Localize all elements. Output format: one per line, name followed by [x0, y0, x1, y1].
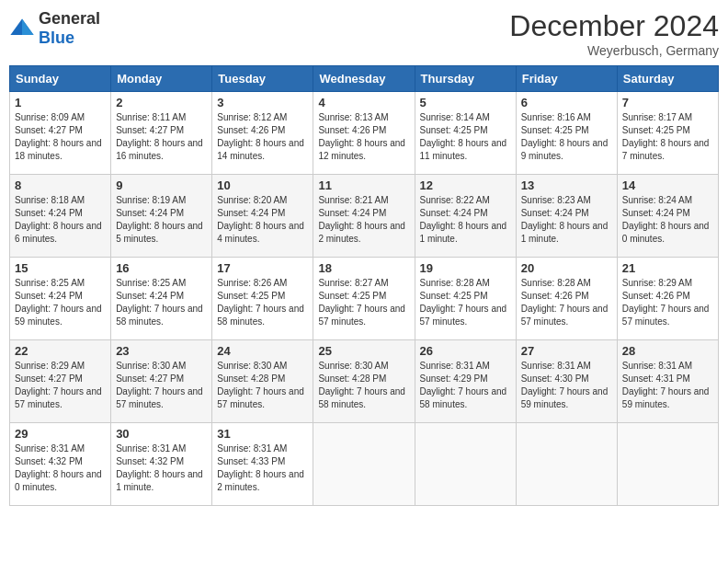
day-number: 6 [521, 96, 612, 109]
day-number: 15 [15, 261, 106, 275]
day-of-week-header: Thursday [415, 66, 516, 92]
title-area: December 2024 Weyerbusch, Germany [509, 9, 719, 58]
day-info: Sunrise: 8:21 AM Sunset: 4:24 PM Dayligh… [318, 194, 409, 246]
day-number: 20 [521, 261, 612, 275]
day-number: 25 [318, 344, 409, 358]
day-of-week-header: Friday [516, 66, 617, 92]
calendar-week-row: 15 Sunrise: 8:25 AM Sunset: 4:24 PM Dayl… [10, 258, 719, 340]
calendar-cell: 5 Sunrise: 8:14 AM Sunset: 4:25 PM Dayli… [415, 92, 516, 175]
day-of-week-header: Wednesday [313, 66, 415, 92]
day-number: 28 [622, 344, 713, 358]
calendar-week-row: 1 Sunrise: 8:09 AM Sunset: 4:27 PM Dayli… [10, 92, 719, 175]
calendar-cell: 12 Sunrise: 8:22 AM Sunset: 4:24 PM Dayl… [415, 175, 516, 258]
calendar-cell: 13 Sunrise: 8:23 AM Sunset: 4:24 PM Dayl… [516, 175, 617, 258]
logo: General Blue [9, 9, 100, 48]
day-number: 1 [15, 96, 106, 109]
calendar-cell: 18 Sunrise: 8:27 AM Sunset: 4:25 PM Dayl… [313, 258, 415, 340]
day-info: Sunrise: 8:16 AM Sunset: 4:25 PM Dayligh… [521, 111, 612, 163]
day-info: Sunrise: 8:19 AM Sunset: 4:24 PM Dayligh… [116, 194, 207, 246]
day-info: Sunrise: 8:30 AM Sunset: 4:28 PM Dayligh… [318, 360, 409, 411]
day-info: Sunrise: 8:28 AM Sunset: 4:26 PM Dayligh… [521, 277, 612, 328]
day-info: Sunrise: 8:27 AM Sunset: 4:25 PM Dayligh… [318, 277, 409, 328]
calendar-cell: 22 Sunrise: 8:29 AM Sunset: 4:27 PM Dayl… [10, 340, 111, 423]
svg-marker-1 [22, 19, 34, 36]
day-info: Sunrise: 8:09 AM Sunset: 4:27 PM Dayligh… [15, 111, 106, 163]
day-number: 22 [15, 344, 106, 358]
day-number: 2 [116, 96, 207, 109]
day-number: 29 [15, 427, 106, 441]
day-info: Sunrise: 8:25 AM Sunset: 4:24 PM Dayligh… [116, 277, 207, 328]
day-of-week-header: Tuesday [212, 66, 313, 92]
day-info: Sunrise: 8:31 AM Sunset: 4:33 PM Dayligh… [217, 442, 308, 494]
day-number: 12 [420, 178, 511, 192]
day-info: Sunrise: 8:31 AM Sunset: 4:29 PM Dayligh… [420, 360, 511, 411]
calendar-cell: 14 Sunrise: 8:24 AM Sunset: 4:24 PM Dayl… [617, 175, 718, 258]
day-number: 10 [217, 178, 308, 192]
calendar: SundayMondayTuesdayWednesdayThursdayFrid… [9, 65, 719, 506]
day-info: Sunrise: 8:17 AM Sunset: 4:25 PM Dayligh… [622, 111, 713, 163]
day-info: Sunrise: 8:31 AM Sunset: 4:30 PM Dayligh… [521, 360, 612, 411]
day-number: 13 [521, 178, 612, 192]
calendar-cell: 21 Sunrise: 8:29 AM Sunset: 4:26 PM Dayl… [617, 258, 718, 340]
header: General Blue December 2024 Weyerbusch, G… [9, 9, 719, 58]
calendar-cell: 8 Sunrise: 8:18 AM Sunset: 4:24 PM Dayli… [10, 175, 111, 258]
day-info: Sunrise: 8:26 AM Sunset: 4:25 PM Dayligh… [217, 277, 308, 328]
day-info: Sunrise: 8:30 AM Sunset: 4:28 PM Dayligh… [217, 360, 308, 411]
calendar-week-row: 22 Sunrise: 8:29 AM Sunset: 4:27 PM Dayl… [10, 340, 719, 423]
calendar-cell: 3 Sunrise: 8:12 AM Sunset: 4:26 PM Dayli… [212, 92, 313, 175]
day-number: 5 [420, 96, 511, 109]
calendar-cell: 9 Sunrise: 8:19 AM Sunset: 4:24 PM Dayli… [111, 175, 212, 258]
day-of-week-header: Sunday [10, 66, 111, 92]
day-info: Sunrise: 8:28 AM Sunset: 4:25 PM Dayligh… [420, 277, 511, 328]
calendar-cell: 24 Sunrise: 8:30 AM Sunset: 4:28 PM Dayl… [212, 340, 313, 423]
day-of-week-header: Saturday [617, 66, 718, 92]
day-number: 27 [521, 344, 612, 358]
day-info: Sunrise: 8:31 AM Sunset: 4:31 PM Dayligh… [622, 360, 713, 411]
calendar-cell: 17 Sunrise: 8:26 AM Sunset: 4:25 PM Dayl… [212, 258, 313, 340]
calendar-cell: 31 Sunrise: 8:31 AM Sunset: 4:33 PM Dayl… [212, 423, 313, 506]
calendar-cell [617, 423, 718, 506]
day-number: 3 [217, 96, 308, 109]
day-info: Sunrise: 8:22 AM Sunset: 4:24 PM Dayligh… [420, 194, 511, 246]
day-info: Sunrise: 8:29 AM Sunset: 4:26 PM Dayligh… [622, 277, 713, 328]
day-number: 17 [217, 261, 308, 275]
calendar-cell: 27 Sunrise: 8:31 AM Sunset: 4:30 PM Dayl… [516, 340, 617, 423]
calendar-cell: 11 Sunrise: 8:21 AM Sunset: 4:24 PM Dayl… [313, 175, 415, 258]
day-number: 16 [116, 261, 207, 275]
day-info: Sunrise: 8:20 AM Sunset: 4:24 PM Dayligh… [217, 194, 308, 246]
month-title: December 2024 [509, 9, 719, 43]
day-info: Sunrise: 8:13 AM Sunset: 4:26 PM Dayligh… [318, 111, 409, 163]
day-number: 9 [116, 178, 207, 192]
day-number: 8 [15, 178, 106, 192]
calendar-header-row: SundayMondayTuesdayWednesdayThursdayFrid… [10, 66, 719, 92]
day-info: Sunrise: 8:29 AM Sunset: 4:27 PM Dayligh… [15, 360, 106, 411]
calendar-cell: 28 Sunrise: 8:31 AM Sunset: 4:31 PM Dayl… [617, 340, 718, 423]
day-info: Sunrise: 8:31 AM Sunset: 4:32 PM Dayligh… [15, 442, 106, 494]
logo-text-blue: Blue [39, 29, 74, 47]
day-number: 4 [318, 96, 409, 109]
calendar-cell: 19 Sunrise: 8:28 AM Sunset: 4:25 PM Dayl… [415, 258, 516, 340]
location-title: Weyerbusch, Germany [509, 43, 719, 58]
calendar-cell [313, 423, 415, 506]
calendar-cell: 29 Sunrise: 8:31 AM Sunset: 4:32 PM Dayl… [10, 423, 111, 506]
logo-text-general: General [39, 9, 100, 28]
day-number: 18 [318, 261, 409, 275]
calendar-cell: 10 Sunrise: 8:20 AM Sunset: 4:24 PM Dayl… [212, 175, 313, 258]
day-number: 30 [116, 427, 207, 441]
day-of-week-header: Monday [111, 66, 212, 92]
day-number: 26 [420, 344, 511, 358]
day-number: 14 [622, 178, 713, 192]
day-info: Sunrise: 8:24 AM Sunset: 4:24 PM Dayligh… [622, 194, 713, 246]
day-info: Sunrise: 8:18 AM Sunset: 4:24 PM Dayligh… [15, 194, 106, 246]
day-number: 31 [217, 427, 308, 441]
calendar-cell: 1 Sunrise: 8:09 AM Sunset: 4:27 PM Dayli… [10, 92, 111, 175]
calendar-cell: 30 Sunrise: 8:31 AM Sunset: 4:32 PM Dayl… [111, 423, 212, 506]
day-info: Sunrise: 8:25 AM Sunset: 4:24 PM Dayligh… [15, 277, 106, 328]
day-number: 11 [318, 178, 409, 192]
day-number: 24 [217, 344, 308, 358]
calendar-cell: 6 Sunrise: 8:16 AM Sunset: 4:25 PM Dayli… [516, 92, 617, 175]
calendar-cell: 2 Sunrise: 8:11 AM Sunset: 4:27 PM Dayli… [111, 92, 212, 175]
calendar-cell: 26 Sunrise: 8:31 AM Sunset: 4:29 PM Dayl… [415, 340, 516, 423]
calendar-cell: 25 Sunrise: 8:30 AM Sunset: 4:28 PM Dayl… [313, 340, 415, 423]
day-number: 19 [420, 261, 511, 275]
